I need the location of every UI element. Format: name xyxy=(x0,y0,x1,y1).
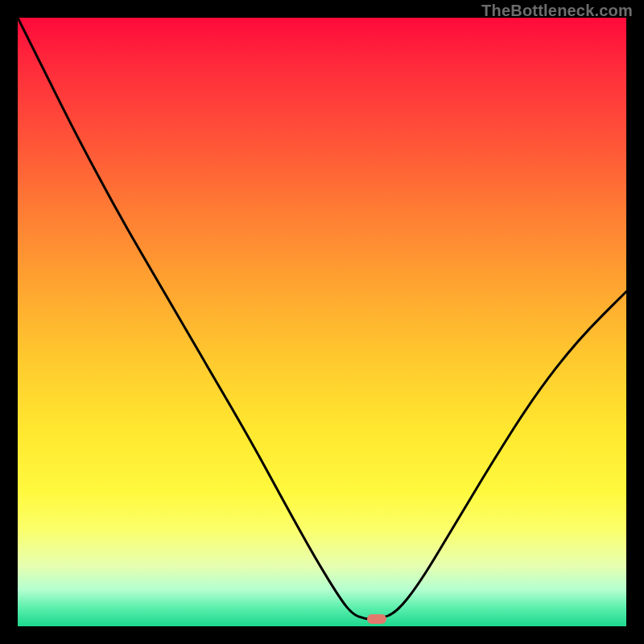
watermark-text: TheBottleneck.com xyxy=(481,2,633,20)
bottleneck-curve xyxy=(18,18,626,626)
optimal-marker xyxy=(367,614,386,624)
chart-frame: TheBottleneck.com xyxy=(0,0,644,644)
plot-area xyxy=(18,18,626,626)
